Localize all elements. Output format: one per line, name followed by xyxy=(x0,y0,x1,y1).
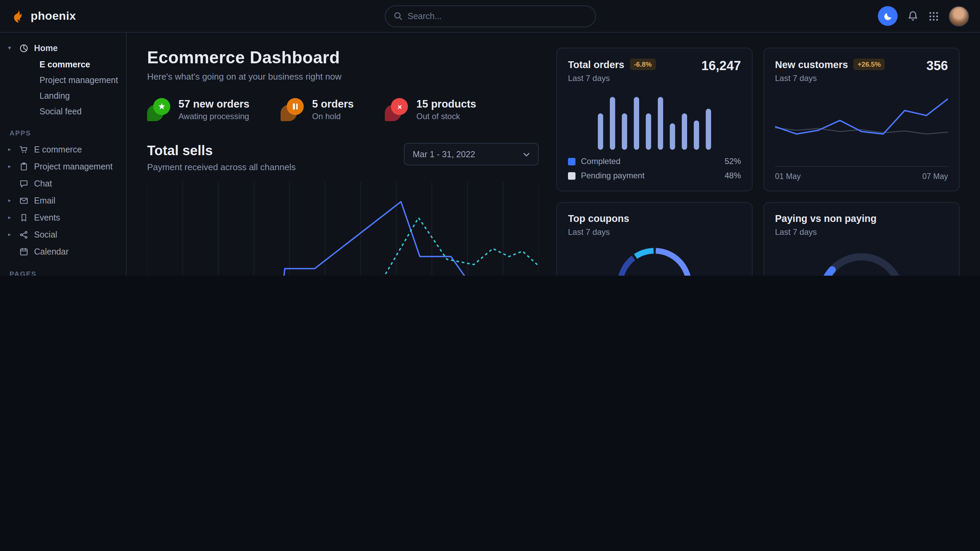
legend-item: Completed 52% xyxy=(568,157,741,166)
sidebar-item-label: E commerce xyxy=(34,144,82,154)
x-tick: 07 May xyxy=(923,172,948,180)
stat-value: 15 products xyxy=(417,98,476,110)
legend-item: Pending payment 48% xyxy=(568,171,741,180)
card-period: Last 7 days xyxy=(568,227,741,237)
new-customers-value: 356 xyxy=(926,59,948,73)
stat-new-orders: ★ 57 new orders Awating processing xyxy=(147,98,250,121)
sidebar-item-label: Home xyxy=(34,43,57,53)
total-orders-legend: Completed 52% Pending payment 48% xyxy=(568,157,741,180)
stats-row: ★ 57 new orders Awating processing xyxy=(147,98,539,121)
grid-dots-icon xyxy=(928,11,939,21)
user-avatar[interactable] xyxy=(949,6,969,26)
card-period: Last 7 days xyxy=(775,227,948,237)
sidebar-nav: Home E commerce Project management Landi… xyxy=(0,33,126,276)
sidebar-item-home[interactable]: Home xyxy=(8,40,119,57)
x-tick: 01 May xyxy=(775,172,800,180)
stat-value: 57 new orders xyxy=(178,98,250,110)
sidebar-section-pages: PAGES xyxy=(10,270,119,276)
on-hold-icon xyxy=(281,98,304,121)
sidebar-item-label: Events xyxy=(34,213,60,222)
paying-gauge xyxy=(807,242,916,276)
stat-out-of-stock: × 15 products Out of stock xyxy=(385,98,476,121)
envelope-icon xyxy=(19,196,29,205)
card-period: Last 7 days xyxy=(568,73,656,83)
main-content: Ecommerce Dashboard Here's what's going … xyxy=(127,33,980,276)
sidebar-item-label: Social xyxy=(34,230,57,239)
dashboard-overview: Ecommerce Dashboard Here's what's going … xyxy=(147,48,539,276)
sidebar-item-home-social-feed[interactable]: Social feed xyxy=(8,103,119,119)
sidebar-item-label: Email xyxy=(34,196,56,205)
card-period: Last 7 days xyxy=(775,73,885,83)
out-of-stock-icon: × xyxy=(385,98,408,121)
page-subtitle: Here's what's going on at your business … xyxy=(147,71,539,82)
sidebar-item-ecommerce-app[interactable]: E commerce xyxy=(8,141,119,158)
total-sells-subtitle: Payment received across all channels xyxy=(147,162,296,172)
sidebar-item-label: Chat xyxy=(34,179,52,188)
card-title: Paying vs non paying xyxy=(775,213,948,224)
notifications-button[interactable] xyxy=(907,10,919,22)
global-search-input[interactable] xyxy=(407,11,587,21)
topbar-actions xyxy=(878,6,969,26)
top-coupons-card: Top coupons Last 7 days 72% Percentage d… xyxy=(557,202,752,276)
sidebar-item-email[interactable]: Email xyxy=(8,192,119,209)
clipboard-icon xyxy=(19,162,29,171)
chevron-right-icon xyxy=(8,198,14,203)
sidebar-item-project-management-app[interactable]: Project management xyxy=(8,158,119,175)
date-range-select[interactable]: Mar 1 - 31, 2022 xyxy=(404,143,539,165)
pie-chart-icon xyxy=(19,43,29,53)
pause-icon xyxy=(293,103,298,110)
cart-icon xyxy=(19,144,29,154)
card-title: Total orders xyxy=(568,59,624,70)
app-root: phoenix xyxy=(0,0,980,276)
chevron-right-icon xyxy=(8,232,14,237)
new-customers-card: New customers +26.5% Last 7 days 356 01 … xyxy=(764,48,959,191)
new-customers-x-axis: 01 May 07 May xyxy=(775,166,948,180)
bookmark-icon xyxy=(19,213,29,222)
stat-sub: Awating processing xyxy=(178,112,250,121)
stat-value: 5 orders xyxy=(312,98,354,110)
chat-icon xyxy=(19,179,29,188)
sidebar-item-home-project-management[interactable]: Project management xyxy=(8,72,119,88)
sidebar: Home E commerce Project management Landi… xyxy=(0,33,127,276)
sidebar-item-label: Project management xyxy=(34,162,113,171)
sidebar-item-events[interactable]: Events xyxy=(8,209,119,226)
sidebar-item-social[interactable]: Social xyxy=(8,226,119,243)
total-orders-bar-chart xyxy=(597,89,712,150)
trend-badge: -6.8% xyxy=(630,59,655,70)
phoenix-logo-icon xyxy=(11,8,26,24)
sidebar-item-home-ecommerce[interactable]: E commerce xyxy=(8,57,119,72)
stat-sub: Out of stock xyxy=(417,112,476,121)
sidebar-item-chat[interactable]: Chat xyxy=(8,175,119,192)
global-search[interactable] xyxy=(385,5,595,27)
donut-center-label: 72% xyxy=(614,245,695,276)
kpi-cards: Total orders -6.8% Last 7 days 16,247 xyxy=(557,48,959,276)
stat-orders-on-hold: 5 orders On hold xyxy=(281,98,354,121)
sidebar-item-calendar[interactable]: Calendar xyxy=(8,243,119,260)
total-sells-title: Total sells xyxy=(147,143,296,159)
sidebar-section-apps: APPS xyxy=(10,129,119,137)
paying-vs-nonpaying-card: Paying vs non paying Last 7 days Paying … xyxy=(764,202,959,276)
sidebar-item-home-landing[interactable]: Landing xyxy=(8,88,119,103)
sidebar-item-label: Calendar xyxy=(34,247,68,256)
chevron-down-icon xyxy=(8,45,14,51)
brand[interactable]: phoenix xyxy=(11,8,76,24)
share-icon xyxy=(19,230,29,239)
shell: Home E commerce Project management Landi… xyxy=(0,33,980,276)
total-sells-chart xyxy=(147,182,539,276)
chevron-down-icon xyxy=(523,152,530,156)
chevron-right-icon xyxy=(8,215,14,220)
brand-name: phoenix xyxy=(31,9,76,23)
card-title: Top coupons xyxy=(568,213,741,224)
stat-sub: On hold xyxy=(312,112,354,121)
card-title: New customers xyxy=(775,59,848,70)
gauge-chart xyxy=(807,242,916,276)
search-icon xyxy=(393,11,402,21)
chevron-right-icon xyxy=(8,147,14,152)
new-customers-line-chart xyxy=(775,87,948,160)
apps-grid-button[interactable] xyxy=(928,11,939,21)
moon-icon xyxy=(883,11,892,21)
theme-toggle-button[interactable] xyxy=(878,6,897,26)
total-sells-header: Total sells Payment received across all … xyxy=(147,143,539,172)
top-coupons-donut: 72% xyxy=(614,245,695,276)
topbar: phoenix xyxy=(0,0,980,33)
